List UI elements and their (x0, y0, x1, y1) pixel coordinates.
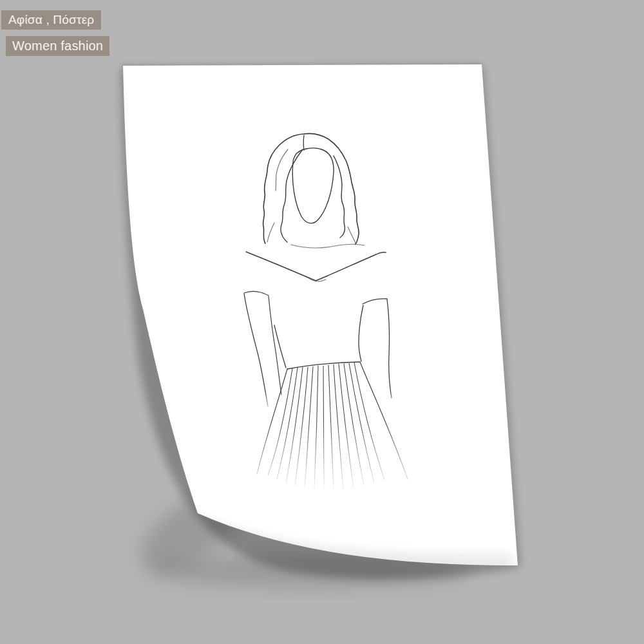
tag-category-greek[interactable]: Αφίσα , Πόστερ (1, 10, 101, 30)
poster-canvas (0, 0, 644, 644)
poster-mockup-scene: Αφίσα , Πόστερ Women fashion (0, 0, 644, 644)
tag-category-women-fashion[interactable]: Women fashion (6, 36, 109, 56)
